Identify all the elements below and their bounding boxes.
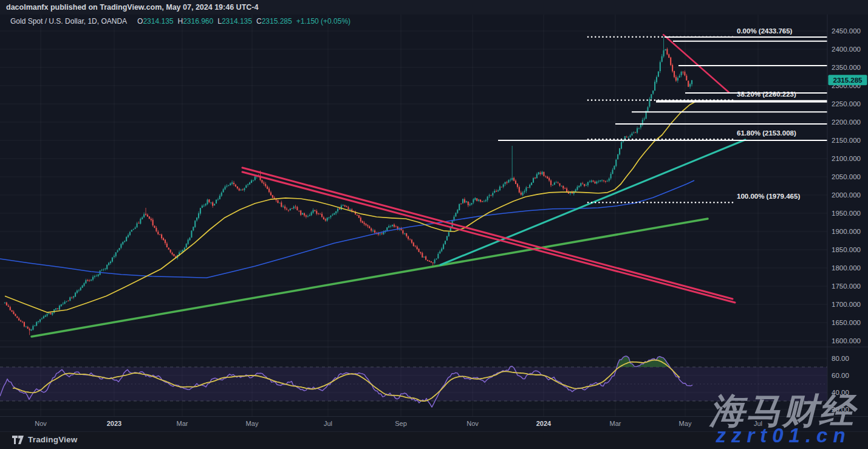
candle [580,183,581,186]
candle [482,201,483,202]
candle [161,235,162,238]
trendlines-layer[interactable] [32,35,745,337]
chart-canvas[interactable]: 0.00% (2433.765)38.20% (2260.223)61.80% … [0,0,868,449]
candle [13,312,14,314]
time-axis[interactable]: Nov2023MarMayJulSepNov2024MarMayJul [35,420,762,427]
candle [404,233,405,234]
candle [672,65,673,71]
candle [327,218,328,221]
candle [437,254,439,258]
candle [140,219,141,224]
price-axis[interactable]: 2450.0002400.0002350.0002300.0002250.000… [832,27,861,344]
price-levels-layer[interactable] [498,37,827,140]
candle [124,241,125,242]
candle [295,207,296,207]
price-tick-label: 1950.000 [832,210,861,217]
tradingview-brand[interactable]: TradingView [12,435,77,444]
candle [600,180,601,181]
candle [640,125,641,128]
candle [347,207,349,210]
candle [145,214,146,215]
candle [559,183,560,186]
candle [339,208,340,210]
trendline-channel-pink-a[interactable] [242,168,733,299]
time-tick-label: May [679,420,692,427]
candle [196,218,197,221]
candle [249,182,250,184]
candle [381,233,383,234]
candle [343,205,344,205]
candle [136,224,137,228]
chart-legend[interactable]: Gold Spot / U.S. Dollar, 1D, OANDAO2314.… [10,17,350,27]
candle [302,213,303,215]
candle [59,306,60,310]
candle [96,276,97,276]
candle [665,49,666,50]
candle [576,187,578,190]
candle [651,94,652,98]
price-tick-label: 2450.000 [832,27,861,35]
trendline-channel-pink-b[interactable] [242,172,735,303]
candle [296,207,298,210]
candle [255,177,256,180]
candle [411,240,412,243]
candle [541,172,542,174]
time-tick-label: May [246,420,259,427]
candle [564,188,566,189]
trendline-support-green[interactable] [32,219,708,337]
tradingview-logo-icon [12,436,24,444]
candle [22,322,23,323]
candle [48,314,49,314]
candle [216,200,217,204]
candle [151,219,152,220]
candle [122,242,123,244]
symbol-title[interactable]: Gold Spot / U.S. Dollar, 1D, OANDA [10,17,127,26]
candle [198,213,199,218]
candle [552,185,553,186]
candle [558,182,559,183]
candle [332,214,333,215]
candle [677,78,678,81]
candle [300,210,301,214]
candle [214,204,215,206]
candle [230,183,231,185]
candle [480,200,481,202]
trendline-downtrend-pink[interactable] [663,35,729,92]
candle [251,180,252,183]
candle [589,182,590,182]
candle [679,76,680,78]
candle [30,329,32,331]
candle [607,181,608,182]
candle [466,201,467,202]
candle [152,220,154,225]
candle [613,166,615,170]
price-tick-label: 1600.000 [832,337,861,344]
rsi-pane[interactable] [0,356,827,407]
candle [631,134,632,135]
candle [392,225,393,226]
candle [277,201,278,204]
candle [242,190,243,190]
candle [666,49,668,55]
candle [417,247,418,249]
candle [286,209,287,210]
candle [360,218,361,221]
time-tick-label: 2023 [107,420,121,427]
candle [629,135,630,137]
candle [496,191,497,191]
candle [309,215,310,216]
candle [155,228,157,231]
candle [61,304,62,306]
candle [474,198,476,200]
candle [439,252,440,253]
candle [525,187,527,191]
candle [224,187,225,189]
candle [329,218,330,218]
candle [138,223,139,224]
candle [535,177,536,178]
candle [556,182,557,183]
candle [223,189,224,192]
fibonacci-layer[interactable]: 0.00% (2433.765)38.20% (2260.223)61.80% … [588,27,800,203]
candle [682,72,683,72]
candle [47,314,48,315]
